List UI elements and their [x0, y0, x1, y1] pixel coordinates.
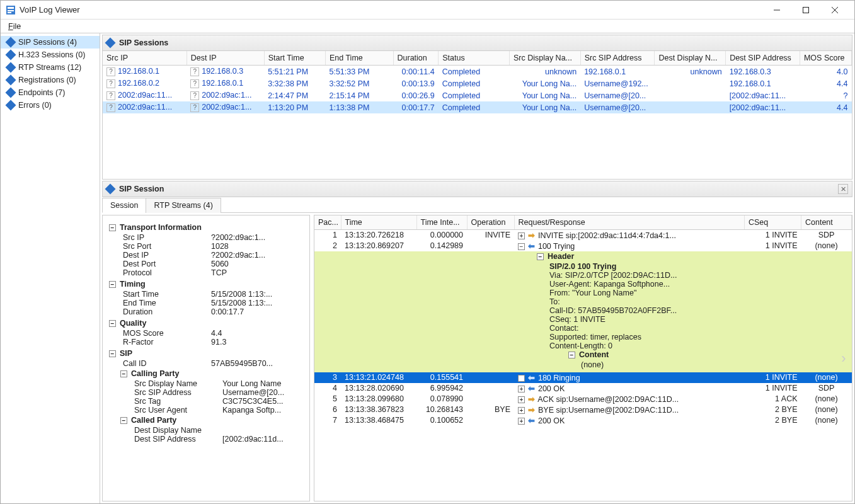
collapse-icon[interactable]: − — [120, 417, 127, 424]
collapse-icon[interactable]: − — [109, 320, 116, 327]
diamond-icon — [6, 37, 16, 48]
column-header[interactable]: Status — [439, 51, 510, 66]
expand-icon[interactable]: + — [518, 386, 525, 392]
collapse-icon[interactable]: − — [568, 352, 575, 358]
close-panel-button[interactable]: ✕ — [838, 184, 848, 194]
collapse-icon[interactable]: − — [109, 224, 116, 231]
table-row[interactable]: 313:13:21.0247480.155541+ ⬅ 180 Ringing1… — [314, 372, 852, 383]
diamond-icon — [6, 62, 16, 73]
detail-panel-header: SIP Session ✕ — [102, 181, 852, 197]
column-header[interactable]: CSeq — [745, 215, 801, 230]
svg-rect-3 — [8, 12, 11, 13]
sidebar-item-errors[interactable]: Errors (0) — [1, 99, 100, 112]
table-row[interactable]: ?2002:d9ac:11...?2002:d9ac:1...1:13:20 P… — [103, 101, 852, 113]
packet-grid[interactable]: Pac...TimeTime Inte...OperationRequest/R… — [314, 215, 852, 501]
sidebar-item-label: Registrations (0) — [18, 76, 76, 84]
table-row[interactable]: 113:13:20.7262180.000000INVITE+ ➡ INVITE… — [314, 230, 852, 241]
menubar: File — [1, 20, 854, 33]
app-icon — [6, 5, 16, 15]
column-header[interactable]: End Time — [325, 51, 393, 66]
arrow-in-icon: ⬅ — [527, 241, 536, 251]
table-row[interactable]: 513:13:28.0996800.078990+ ➡ ACK sip:User… — [314, 394, 852, 404]
expand-icon[interactable]: + — [518, 418, 525, 425]
column-header[interactable]: Dest IP — [186, 51, 264, 66]
collapse-icon[interactable]: − — [109, 350, 116, 357]
window-title: VoIP Log Viewer — [20, 5, 762, 14]
arrow-out-icon: ➡ — [527, 394, 536, 404]
diamond-icon — [6, 100, 16, 111]
diamond-icon — [6, 50, 16, 60]
sidebar-item-registrations[interactable]: Registrations (0) — [1, 74, 100, 86]
svg-rect-5 — [803, 7, 809, 13]
sidebar-item-label: Endpoints (7) — [18, 88, 65, 97]
column-header[interactable]: Duration — [393, 51, 439, 66]
arrow-in-icon: ⬅ — [527, 416, 536, 425]
diamond-icon — [6, 75, 16, 86]
table-row[interactable]: 213:13:20.8692070.142989− ⬅ 100 Trying1 … — [314, 241, 852, 251]
table-row[interactable]: 613:13:38.36782310.268143BYE+ ➡ BYE sip:… — [314, 404, 852, 415]
minimize-button[interactable] — [762, 1, 791, 20]
sidebar: SIP Sessions (4) H.323 Sessions (0) RTP … — [1, 33, 100, 503]
sidebar-item-sip-sessions[interactable]: SIP Sessions (4) — [1, 36, 100, 49]
expanded-header: − HeaderSIP/2.0 100 TryingVia: SIP/2.0/T… — [314, 251, 852, 372]
tab-session[interactable]: Session — [102, 198, 146, 213]
detail-title: SIP Session — [119, 185, 164, 193]
diamond-icon — [6, 88, 16, 98]
svg-rect-1 — [8, 7, 14, 9]
tab-rtp-streams[interactable]: RTP Streams (4) — [146, 198, 221, 213]
column-header[interactable]: Src IP — [103, 51, 186, 66]
sidebar-item-label: RTP Streams (12) — [18, 63, 81, 72]
arrow-out-icon: ➡ — [527, 231, 536, 240]
column-header[interactable]: Content — [801, 215, 852, 230]
diamond-icon — [105, 38, 116, 49]
column-header[interactable]: Pac... — [314, 215, 341, 230]
column-header[interactable]: Time — [341, 215, 416, 230]
column-header[interactable]: Start Time — [264, 51, 325, 66]
column-header[interactable]: Dest SIP Address — [726, 51, 800, 66]
sidebar-item-label: H.323 Sessions (0) — [18, 50, 85, 59]
table-row[interactable]: ?192.168.0.1?192.168.0.35:51:21 PM5:51:3… — [103, 66, 852, 78]
arrow-out-icon: ➡ — [527, 405, 536, 415]
column-header[interactable]: Src Display Na... — [509, 51, 580, 66]
sessions-title: SIP Sessions — [119, 38, 168, 47]
app-window: VoIP Log Viewer File SIP Sessions (4) H.… — [0, 0, 855, 504]
table-row[interactable]: 413:13:28.0206906.995942+ ⬅ 200 OK1 INVI… — [314, 383, 852, 394]
menu-file[interactable]: File — [4, 21, 25, 32]
sidebar-item-label: SIP Sessions (4) — [18, 38, 77, 47]
sidebar-item-label: Errors (0) — [18, 101, 52, 110]
sessions-grid[interactable]: Src IPDest IPStart TimeEnd TimeDurationS… — [102, 51, 852, 180]
table-row[interactable]: 713:13:38.4684750.100652+ ⬅ 200 OK2 BYE(… — [314, 415, 852, 426]
expand-icon[interactable]: + — [518, 375, 525, 382]
column-header[interactable]: Src SIP Address — [580, 51, 655, 66]
maximize-button[interactable] — [791, 1, 820, 20]
arrow-in-icon: ⬅ — [527, 384, 536, 393]
expand-icon[interactable]: − — [518, 243, 525, 250]
expand-icon[interactable]: + — [518, 232, 525, 239]
collapse-icon[interactable]: − — [537, 253, 544, 260]
sidebar-item-endpoints[interactable]: Endpoints (7) — [1, 86, 100, 99]
sessions-panel-header: SIP Sessions — [102, 35, 852, 51]
column-header[interactable]: Operation — [467, 215, 514, 230]
expand-icon[interactable]: + — [518, 396, 525, 403]
diamond-icon — [105, 184, 116, 195]
svg-rect-2 — [8, 10, 14, 11]
close-button[interactable] — [820, 1, 849, 20]
table-row[interactable]: ?192.168.0.2?192.168.0.13:32:38 PM3:32:5… — [103, 77, 852, 89]
sidebar-item-h323-sessions[interactable]: H.323 Sessions (0) — [1, 49, 100, 61]
arrow-in-icon: ⬅ — [527, 373, 536, 382]
detail-tabs: Session RTP Streams (4) — [102, 197, 852, 213]
table-row[interactable]: ?2002:d9ac:11...?2002:d9ac:1...2:14:47 P… — [103, 89, 852, 101]
column-header[interactable]: Dest Display N... — [655, 51, 726, 66]
titlebar: VoIP Log Viewer — [1, 1, 854, 20]
column-header[interactable]: Request/Response — [514, 215, 745, 230]
sidebar-item-rtp-streams[interactable]: RTP Streams (12) — [1, 61, 100, 74]
column-header[interactable]: Time Inte... — [416, 215, 467, 230]
column-header[interactable]: MOS Score — [800, 51, 851, 66]
collapse-icon[interactable]: − — [109, 281, 116, 288]
collapse-icon[interactable]: − — [120, 370, 127, 377]
session-properties[interactable]: −Transport Information Src IP?2002:d9ac:… — [102, 215, 310, 501]
expand-icon[interactable]: + — [518, 407, 525, 414]
